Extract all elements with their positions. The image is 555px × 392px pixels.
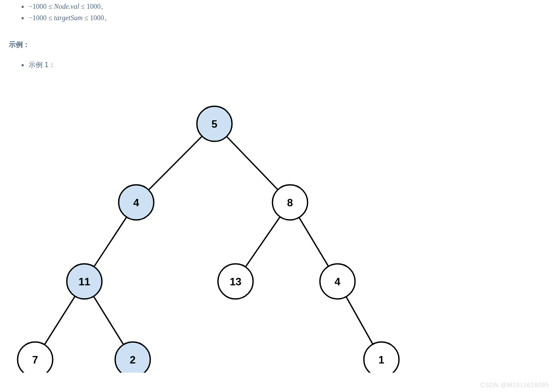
- tree-edges: [35, 124, 381, 360]
- example-1-label: 示例 1：: [29, 61, 546, 70]
- constraints-list: −1000 ≤ Node.val ≤ 1000。 −1000 ≤ targetS…: [9, 2, 546, 23]
- constraint-item: −1000 ≤ Node.val ≤ 1000。: [29, 2, 546, 11]
- node-4-left-label: 4: [133, 197, 139, 209]
- node-2-label: 2: [130, 354, 135, 366]
- example-heading: 示例：: [9, 40, 546, 50]
- node-11-label: 11: [79, 276, 91, 288]
- constraint-text: −1000 ≤ Node.val ≤ 1000。: [29, 3, 108, 10]
- node-5-label: 5: [211, 118, 217, 130]
- node-7-label: 7: [32, 354, 38, 366]
- tree-svg: 5 4 8 11 13 4 7 2 1: [9, 83, 404, 373]
- node-13-label: 13: [230, 276, 242, 288]
- constraint-item: −1000 ≤ targetSum ≤ 1000。: [29, 14, 546, 23]
- watermark: CSDN @M1911616095: [480, 381, 549, 388]
- tree-diagram: 5 4 8 11 13 4 7 2 1: [9, 83, 546, 374]
- node-8-label: 8: [287, 197, 293, 209]
- node-1-label: 1: [378, 354, 384, 366]
- constraint-text: −1000 ≤ targetSum ≤ 1000。: [29, 14, 111, 22]
- example-list: 示例 1：: [9, 61, 546, 70]
- node-4-right-label: 4: [334, 276, 341, 288]
- tree-nodes: 5 4 8 11 13 4 7 2 1: [18, 106, 399, 373]
